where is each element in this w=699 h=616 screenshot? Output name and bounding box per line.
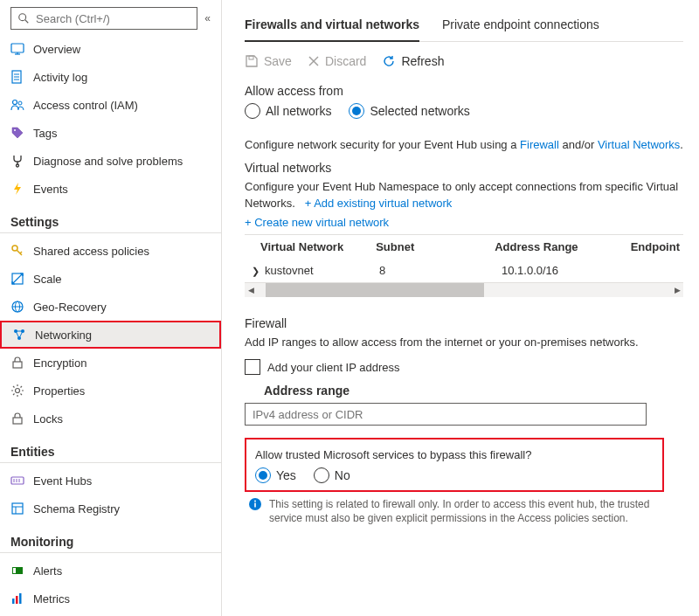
- address-range-input[interactable]: [245, 403, 647, 426]
- globe-icon: [10, 300, 24, 314]
- nav-activity-log[interactable]: Activity log: [0, 63, 221, 91]
- config-description: Configure network security for your Even…: [245, 136, 683, 154]
- svg-point-25: [16, 389, 20, 393]
- scroll-left-icon[interactable]: ◀: [245, 286, 257, 294]
- svg-rect-35: [13, 568, 16, 573]
- firewall-link[interactable]: Firewall: [520, 138, 559, 151]
- add-existing-vnet-link[interactable]: + Add existing virtual network: [305, 197, 453, 210]
- section-settings: Settings: [0, 203, 221, 233]
- nav-scale[interactable]: Scale: [0, 265, 221, 293]
- cell-subnet: 8: [379, 264, 502, 277]
- svg-rect-37: [16, 596, 18, 604]
- nav-label: Overview: [33, 43, 80, 56]
- svg-line-1: [25, 20, 29, 24]
- nav-label: Activity log: [33, 71, 87, 84]
- discard-button: Discard: [308, 54, 366, 68]
- nav-diagnose[interactable]: Diagnose and solve problems: [0, 147, 221, 175]
- svg-rect-31: [12, 503, 23, 514]
- cell-range: 10.1.0.0/16: [502, 264, 641, 277]
- scroll-right-icon[interactable]: ▶: [671, 286, 683, 294]
- networking-icon: [12, 328, 26, 342]
- radio-label: All networks: [266, 104, 331, 118]
- nav-geo-recovery[interactable]: Geo-Recovery: [0, 293, 221, 321]
- svg-rect-36: [12, 599, 15, 604]
- table-row[interactable]: ❯kustovnet 8 10.1.0.0/16: [245, 259, 683, 282]
- nav-label: Metrics: [33, 592, 70, 606]
- tags-icon: [10, 126, 24, 140]
- radio-label: Selected networks: [370, 104, 469, 118]
- toolbar: Save Discard Refresh: [245, 54, 683, 68]
- nav-alerts[interactable]: Alerts: [0, 557, 221, 585]
- search-box[interactable]: [10, 7, 197, 30]
- cell-vnet: kustovnet: [265, 264, 314, 277]
- tab-firewalls[interactable]: Firewalls and virtual networks: [245, 12, 419, 42]
- nav-overview[interactable]: Overview: [0, 35, 221, 63]
- alerts-icon: [10, 564, 24, 578]
- tab-private-endpoint[interactable]: Private endpoint connections: [442, 12, 599, 41]
- nav-access-control[interactable]: Access control (IAM): [0, 91, 221, 119]
- save-label: Save: [264, 54, 292, 68]
- nav-tags[interactable]: Tags: [0, 119, 221, 147]
- discard-label: Discard: [325, 54, 366, 68]
- nav-event-hubs[interactable]: Event Hubs: [0, 467, 221, 495]
- svg-rect-24: [13, 362, 22, 368]
- radio-selected-networks[interactable]: Selected networks: [349, 103, 469, 119]
- nav-label: Locks: [33, 412, 63, 426]
- add-client-ip-checkbox[interactable]: [245, 359, 260, 375]
- svg-rect-26: [13, 418, 22, 424]
- refresh-button[interactable]: Refresh: [382, 54, 444, 68]
- nav-label: Alerts: [33, 564, 62, 578]
- th-subnet: Subnet: [376, 240, 495, 253]
- horizontal-scrollbar[interactable]: ◀ ▶: [245, 283, 683, 297]
- radio-all-networks[interactable]: All networks: [245, 103, 331, 119]
- scale-icon: [10, 272, 24, 286]
- svg-point-11: [14, 129, 16, 131]
- nav-properties[interactable]: Properties: [0, 377, 221, 405]
- nav-encryption[interactable]: Encryption: [0, 349, 221, 377]
- nav-events[interactable]: Events: [0, 175, 221, 203]
- nav-label: Geo-Recovery: [33, 301, 107, 314]
- lock-icon: [10, 412, 24, 426]
- nav-networking[interactable]: Networking: [0, 321, 221, 349]
- nav-locks[interactable]: Locks: [0, 405, 221, 433]
- th-vnet: Virtual Network: [248, 240, 376, 253]
- nav-label: Shared access policies: [33, 245, 149, 258]
- svg-point-0: [19, 14, 26, 21]
- create-new-vnet-link[interactable]: + Create new virtual network: [245, 216, 389, 229]
- nav-shared-access[interactable]: Shared access policies: [0, 237, 221, 265]
- info-note: This setting is related to firewall only…: [245, 497, 683, 527]
- main-panel: Firewalls and virtual networks Private e…: [222, 0, 699, 616]
- chevron-right-icon[interactable]: ❯: [252, 266, 260, 276]
- search-input[interactable]: [36, 12, 191, 25]
- svg-point-10: [18, 101, 22, 105]
- event-hubs-icon: [10, 474, 24, 488]
- radio-trusted-no[interactable]: No: [314, 467, 350, 483]
- save-button: Save: [245, 54, 292, 68]
- nav-label: Event Hubs: [33, 474, 92, 488]
- trusted-question: Allow trusted Microsoft services to bypa…: [255, 446, 654, 464]
- trusted-services-section: Allow trusted Microsoft services to bypa…: [245, 438, 664, 492]
- add-client-ip-label: Add your client IP address: [267, 361, 400, 374]
- nav-label: Diagnose and solve problems: [33, 155, 183, 168]
- svg-rect-38: [19, 593, 22, 604]
- svg-point-13: [17, 164, 19, 167]
- scroll-thumb[interactable]: [266, 283, 484, 297]
- th-range: Address Range: [495, 240, 630, 253]
- sidebar: « Overview Activity log Access control (…: [0, 0, 222, 616]
- virtual-networks-link[interactable]: Virtual Networks: [598, 138, 680, 151]
- svg-rect-43: [254, 502, 256, 507]
- lock-icon: [10, 356, 24, 370]
- nav-label: Events: [33, 183, 68, 196]
- metrics-icon: [10, 592, 24, 606]
- nav-label: Schema Registry: [33, 502, 120, 516]
- svg-point-9: [13, 100, 17, 105]
- access-from-label: Allow access from: [245, 84, 683, 98]
- info-icon: [248, 497, 262, 511]
- key-icon: [10, 244, 24, 258]
- radio-trusted-yes[interactable]: Yes: [255, 467, 296, 483]
- nav-label: Scale: [33, 273, 62, 286]
- nav-schema-registry[interactable]: Schema Registry: [0, 495, 221, 523]
- collapse-sidebar-icon[interactable]: «: [204, 12, 211, 24]
- svg-line-16: [20, 252, 22, 253]
- nav-metrics[interactable]: Metrics: [0, 585, 221, 613]
